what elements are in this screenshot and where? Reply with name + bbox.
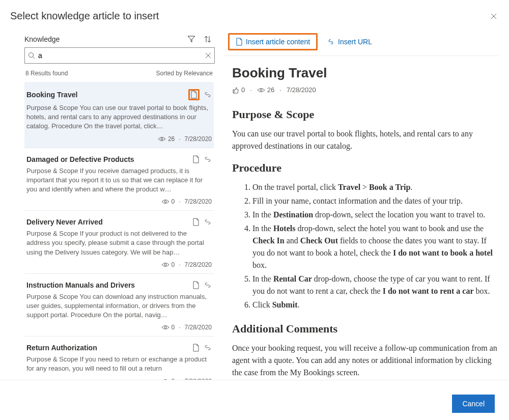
knowledge-label: Knowledge — [24, 35, 60, 43]
result-views: 26 — [158, 135, 175, 143]
result-views: 0 — [161, 261, 175, 268]
result-meta: 0·7/28/2020 — [26, 261, 212, 268]
insert-content-icon-button[interactable] — [192, 218, 200, 226]
svg-point-1 — [161, 138, 163, 140]
procedure-steps: On the travel portal, click Travel > Boo… — [232, 181, 499, 311]
filter-icon — [187, 35, 195, 43]
article-views: 26 — [257, 86, 274, 94]
clear-search-button[interactable] — [205, 52, 211, 59]
cancel-button[interactable]: Cancel — [452, 395, 495, 413]
insert-content-label: Insert article content — [246, 38, 310, 46]
insert-article-content-button[interactable]: Insert article content — [233, 36, 313, 48]
sort-icon — [204, 35, 212, 43]
result-title: Damaged or Defective Products — [26, 155, 134, 163]
insert-link-icon-button[interactable] — [204, 219, 212, 225]
svg-point-4 — [164, 326, 166, 328]
result-item[interactable]: Booking TravelPurpose & Scope You can us… — [24, 82, 214, 148]
result-item[interactable]: Delivery Never ArrivedPurpose & Scope If… — [24, 211, 214, 274]
insert-url-label: Insert URL — [338, 38, 372, 46]
close-icon — [205, 52, 211, 59]
article-title: Booking Travel — [232, 65, 499, 81]
heading-purpose: Purpose & Scope — [232, 106, 499, 123]
insert-content-icon-button[interactable] — [192, 155, 200, 163]
result-date: 7/28/2020 — [185, 198, 212, 205]
result-date: 7/28/2020 — [185, 324, 212, 331]
result-title: Return Authorization — [26, 344, 97, 352]
insert-url-button[interactable]: Insert URL — [324, 36, 375, 48]
result-description: Purpose & Scope If you need to return or… — [26, 355, 212, 373]
insert-link-icon-button[interactable] — [204, 282, 212, 288]
result-date: 7/28/2020 — [185, 135, 212, 143]
insert-link-icon-button[interactable] — [204, 345, 212, 351]
result-item[interactable]: Return AuthorizationPurpose & Scope If y… — [24, 337, 214, 380]
result-views: 0 — [161, 324, 175, 331]
insert-link-icon-button[interactable] — [204, 156, 212, 162]
result-title: Instruction Manuals and Drivers — [26, 281, 135, 289]
article-date: 7/28/2020 — [287, 86, 316, 94]
sorted-by: Sorted by Relevance — [156, 70, 213, 77]
heading-procedure: Procedure — [232, 159, 499, 176]
article-preview: Booking Travel 0 · 26 · 7/28/2020 Purpos… — [223, 56, 499, 380]
result-title: Delivery Never Arrived — [26, 218, 103, 226]
svg-point-2 — [164, 201, 166, 203]
svg-point-0 — [29, 53, 34, 58]
result-description: Purpose & Scope You can download any ins… — [26, 292, 212, 320]
article-likes: 0 — [232, 86, 245, 94]
close-button[interactable] — [489, 11, 499, 21]
insert-content-icon-button[interactable] — [192, 344, 200, 352]
result-meta: 26·7/28/2020 — [26, 135, 212, 143]
result-description: Purpose & Scope If your product is not d… — [26, 229, 212, 257]
insert-link-icon-button[interactable] — [204, 92, 212, 98]
result-date: 7/28/2020 — [185, 378, 212, 380]
svg-point-6 — [260, 89, 262, 91]
insert-content-icon-button[interactable] — [188, 89, 200, 100]
result-meta: 0·7/28/2020 — [26, 198, 212, 205]
paragraph-comments: Once your booking request, you will rece… — [232, 342, 499, 379]
result-title: Booking Travel — [26, 91, 77, 99]
search-input[interactable] — [35, 51, 205, 60]
result-item[interactable]: Instruction Manuals and DriversPurpose &… — [24, 274, 214, 337]
link-icon — [327, 38, 335, 45]
result-item[interactable]: Damaged or Defective ProductsPurpose & S… — [24, 148, 214, 211]
result-views: 0 — [161, 198, 175, 205]
page-icon — [236, 38, 243, 46]
result-description: Purpose & Scope If you receive damaged p… — [26, 166, 212, 194]
heading-comments: Additional Comments — [232, 320, 499, 337]
thumbs-up-icon — [232, 87, 239, 94]
results-list[interactable]: Booking TravelPurpose & Scope You can us… — [24, 82, 215, 380]
result-meta: 0·7/28/2020 — [26, 378, 212, 380]
result-meta: 0·7/28/2020 — [26, 324, 212, 331]
svg-point-3 — [164, 264, 166, 266]
results-count: 8 Results found — [25, 70, 68, 77]
result-views: 0 — [161, 378, 175, 380]
close-icon — [491, 13, 497, 19]
result-date: 7/28/2020 — [185, 261, 212, 268]
search-icon — [28, 52, 35, 59]
insert-content-icon-button[interactable] — [192, 281, 200, 289]
filter-button[interactable] — [187, 35, 195, 43]
dialog-title: Select knowledge article to insert — [10, 10, 159, 22]
paragraph-purpose: You can use our travel portal to book fl… — [232, 128, 499, 152]
eye-icon — [257, 88, 265, 93]
sort-button[interactable] — [204, 35, 212, 43]
search-box[interactable] — [24, 47, 215, 64]
result-description: Purpose & Scope You can use our travel p… — [26, 103, 212, 131]
